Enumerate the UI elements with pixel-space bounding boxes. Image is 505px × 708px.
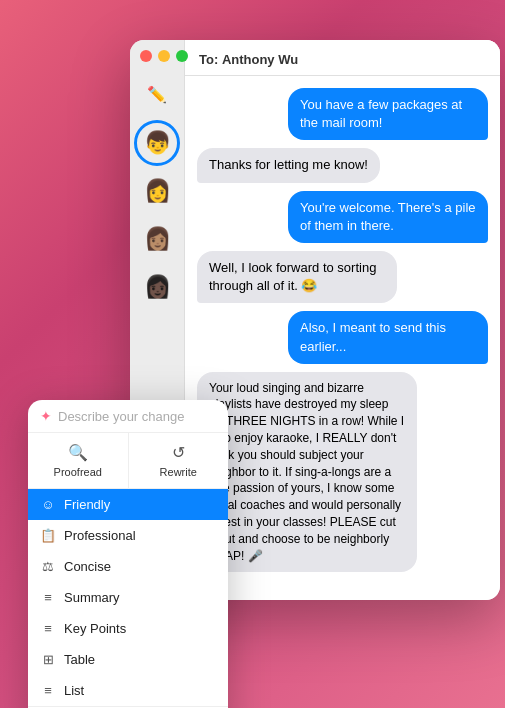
menu-item-list[interactable]: ≡ List bbox=[28, 675, 228, 706]
menu-item-friendly[interactable]: ☺ Friendly bbox=[28, 489, 228, 520]
chat-messages: You have a few packages at the mail room… bbox=[185, 76, 500, 600]
chat-area: To: Anthony Wu You have a few packages a… bbox=[185, 40, 500, 600]
close-button[interactable] bbox=[140, 50, 152, 62]
concise-label: Concise bbox=[64, 559, 111, 574]
ai-actions-row: 🔍 Proofread ↺ Rewrite bbox=[28, 433, 228, 489]
friendly-label: Friendly bbox=[64, 497, 110, 512]
maximize-button[interactable] bbox=[176, 50, 188, 62]
concise-icon: ⚖ bbox=[40, 559, 56, 574]
message-3: You're welcome. There's a pile of them i… bbox=[288, 191, 488, 243]
avatar-1[interactable]: 👦 bbox=[138, 124, 176, 162]
message-1: You have a few packages at the mail room… bbox=[288, 88, 488, 140]
menu-item-table[interactable]: ⊞ Table bbox=[28, 644, 228, 675]
to-label: To: bbox=[199, 52, 218, 67]
summary-icon: ≡ bbox=[40, 590, 56, 605]
minimize-button[interactable] bbox=[158, 50, 170, 62]
summary-label: Summary bbox=[64, 590, 120, 605]
traffic-lights bbox=[140, 50, 188, 62]
proofread-label: Proofread bbox=[54, 466, 102, 478]
list-icon: ≡ bbox=[40, 683, 56, 698]
rewrite-button[interactable]: ↺ Rewrite bbox=[129, 433, 229, 488]
avatar-2[interactable]: 👩 bbox=[138, 172, 176, 210]
avatar-4[interactable]: 👩🏿 bbox=[138, 268, 176, 306]
avatar-3[interactable]: 👩🏽 bbox=[138, 220, 176, 258]
ai-search-input[interactable]: Describe your change bbox=[58, 409, 216, 424]
menu-item-concise[interactable]: ⚖ Concise bbox=[28, 551, 228, 582]
table-icon: ⊞ bbox=[40, 652, 56, 667]
message-4: Well, I look forward to sorting through … bbox=[197, 251, 397, 303]
ai-search-bar: ✦ Describe your change bbox=[28, 400, 228, 433]
message-6: Your loud singing and bizarre playlists … bbox=[197, 372, 417, 573]
compose-button[interactable]: ✏️ bbox=[143, 80, 171, 108]
ai-popover: ✦ Describe your change 🔍 Proofread ↺ Rew… bbox=[28, 400, 228, 708]
friendly-icon: ☺ bbox=[40, 497, 56, 512]
rewrite-label: Rewrite bbox=[160, 466, 197, 478]
recipient-name: Anthony Wu bbox=[222, 52, 298, 67]
professional-icon: 📋 bbox=[40, 528, 56, 543]
menu-item-professional[interactable]: 📋 Professional bbox=[28, 520, 228, 551]
table-label: Table bbox=[64, 652, 95, 667]
proofread-button[interactable]: 🔍 Proofread bbox=[28, 433, 129, 488]
chat-header: To: Anthony Wu bbox=[185, 40, 500, 76]
key-points-label: Key Points bbox=[64, 621, 126, 636]
message-2: Thanks for letting me know! bbox=[197, 148, 380, 182]
list-label: List bbox=[64, 683, 84, 698]
key-points-icon: ≡ bbox=[40, 621, 56, 636]
ai-search-icon: ✦ bbox=[40, 408, 52, 424]
menu-item-summary[interactable]: ≡ Summary bbox=[28, 582, 228, 613]
proofread-icon: 🔍 bbox=[68, 443, 88, 462]
rewrite-icon: ↺ bbox=[172, 443, 185, 462]
menu-item-key-points[interactable]: ≡ Key Points bbox=[28, 613, 228, 644]
message-5: Also, I meant to send this earlier... bbox=[288, 311, 488, 363]
professional-label: Professional bbox=[64, 528, 136, 543]
